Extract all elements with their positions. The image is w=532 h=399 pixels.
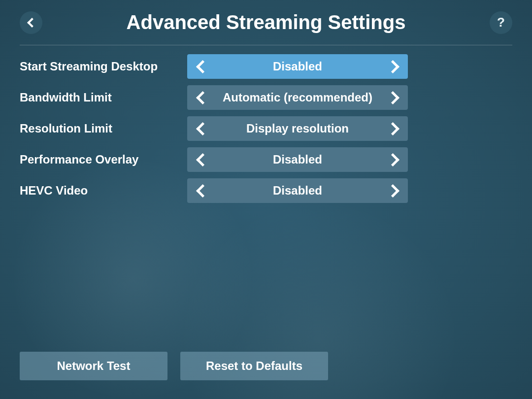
chevron-right-icon bbox=[386, 60, 399, 73]
network-test-button[interactable]: Network Test bbox=[20, 352, 167, 380]
setting-label: Performance Overlay bbox=[20, 153, 187, 166]
chevron-right-icon bbox=[386, 153, 399, 166]
setting-row-start-streaming-desktop: Start Streaming DesktopDisabled bbox=[20, 54, 512, 79]
picker-next-button[interactable] bbox=[379, 178, 408, 203]
picker-prev-button[interactable] bbox=[187, 116, 216, 141]
picker-hevc-video[interactable]: Disabled bbox=[187, 178, 408, 203]
setting-label: HEVC Video bbox=[20, 184, 187, 198]
picker-prev-button[interactable] bbox=[187, 178, 216, 203]
chevron-left-icon bbox=[196, 60, 209, 73]
picker-prev-button[interactable] bbox=[187, 85, 216, 110]
footer: Network Test Reset to Defaults bbox=[20, 352, 328, 380]
setting-label: Start Streaming Desktop bbox=[20, 60, 187, 73]
back-button[interactable] bbox=[20, 11, 42, 34]
help-button[interactable]: ? bbox=[490, 11, 512, 34]
picker-value: Automatic (recommended) bbox=[216, 91, 379, 104]
chevron-left-icon bbox=[196, 153, 209, 166]
picker-prev-button[interactable] bbox=[187, 147, 216, 172]
setting-label: Resolution Limit bbox=[20, 122, 187, 135]
picker-value: Disabled bbox=[216, 153, 379, 166]
picker-next-button[interactable] bbox=[379, 147, 408, 172]
picker-next-button[interactable] bbox=[379, 54, 408, 79]
chevron-left-icon bbox=[196, 184, 209, 198]
chevron-right-icon bbox=[386, 184, 399, 198]
picker-resolution-limit[interactable]: Display resolution bbox=[187, 116, 408, 141]
picker-next-button[interactable] bbox=[379, 85, 408, 110]
picker-bandwidth-limit[interactable]: Automatic (recommended) bbox=[187, 85, 408, 110]
page-title: Advanced Streaming Settings bbox=[127, 11, 406, 33]
setting-row-hevc-video: HEVC VideoDisabled bbox=[20, 178, 512, 203]
chevron-right-icon bbox=[386, 122, 399, 135]
picker-value: Disabled bbox=[216, 184, 379, 198]
picker-value: Disabled bbox=[216, 60, 379, 73]
picker-performance-overlay[interactable]: Disabled bbox=[187, 147, 408, 172]
setting-row-resolution-limit: Resolution LimitDisplay resolution bbox=[20, 116, 512, 141]
setting-label: Bandwidth Limit bbox=[20, 91, 187, 104]
setting-row-bandwidth-limit: Bandwidth LimitAutomatic (recommended) bbox=[20, 85, 512, 110]
header: Advanced Streaming Settings ? bbox=[20, 0, 512, 45]
chevron-left-icon bbox=[196, 122, 209, 135]
picker-prev-button[interactable] bbox=[187, 54, 216, 79]
chevron-left-icon bbox=[196, 91, 209, 104]
chevron-right-icon bbox=[386, 91, 399, 104]
picker-start-streaming-desktop[interactable]: Disabled bbox=[187, 54, 408, 79]
picker-next-button[interactable] bbox=[379, 116, 408, 141]
picker-value: Display resolution bbox=[216, 122, 379, 135]
reset-defaults-button[interactable]: Reset to Defaults bbox=[180, 352, 328, 380]
chevron-left-icon bbox=[27, 18, 37, 28]
setting-row-performance-overlay: Performance OverlayDisabled bbox=[20, 147, 512, 172]
settings-list: Start Streaming DesktopDisabledBandwidth… bbox=[0, 45, 532, 203]
